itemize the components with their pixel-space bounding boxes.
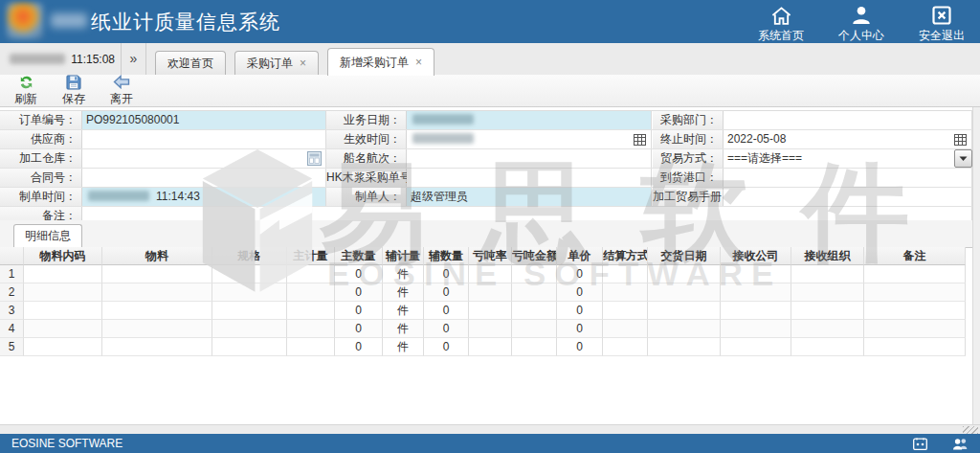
arrival-port-field[interactable] [724, 169, 972, 187]
grid-cell[interactable]: 件 [383, 320, 424, 338]
grid-cell[interactable] [469, 338, 512, 356]
grid-cell[interactable] [791, 302, 864, 320]
horizontal-scrollbar[interactable] [0, 424, 980, 434]
grid-cell[interactable] [864, 338, 966, 356]
grid-cell[interactable] [648, 283, 721, 302]
grid-cell[interactable] [864, 265, 966, 283]
grid-cell[interactable] [603, 302, 648, 320]
grid-cell[interactable] [603, 338, 648, 356]
grid-cell[interactable]: 0 [424, 265, 469, 283]
grid-cell[interactable] [287, 302, 335, 320]
grid-cell[interactable] [603, 320, 648, 338]
grid-cell[interactable] [24, 338, 102, 356]
grid-cell[interactable]: 0 [424, 338, 469, 356]
grid-cell[interactable] [212, 320, 287, 338]
nav-profile[interactable]: 个人中心 [838, 5, 884, 44]
grid-cell[interactable] [212, 265, 287, 283]
effective-date-field[interactable] [407, 130, 652, 148]
grid-cell[interactable] [791, 265, 864, 283]
nav-logout[interactable]: 安全退出 [919, 5, 965, 44]
grid-cell[interactable] [648, 265, 721, 283]
grid-cell[interactable] [212, 302, 287, 320]
grid-cell[interactable] [469, 320, 512, 338]
business-date-field[interactable] [407, 111, 652, 129]
grid-cell[interactable]: 0 [335, 338, 383, 356]
grid-cell[interactable] [212, 338, 287, 356]
tab-purchase-order[interactable]: 采购订单× [234, 51, 319, 75]
grid-cell[interactable] [24, 320, 102, 338]
grid-cell[interactable]: 0 [424, 283, 469, 302]
grid-cell[interactable] [791, 283, 864, 302]
order-no-field[interactable]: PO992105080001 [82, 111, 326, 129]
grid-cell[interactable]: 0 [424, 302, 469, 320]
grid-cell[interactable] [469, 265, 512, 283]
grid-cell[interactable] [24, 283, 102, 302]
grid-cell[interactable] [512, 320, 557, 338]
grid-cell[interactable] [791, 338, 864, 356]
hk-pulp-po-no-field[interactable] [407, 169, 652, 187]
grid-cell[interactable] [512, 302, 557, 320]
grid-cell[interactable] [721, 302, 791, 320]
grid-cell[interactable] [648, 320, 721, 338]
grid-cell[interactable] [512, 338, 557, 356]
grid-cell[interactable] [721, 283, 791, 302]
grid-cell[interactable] [212, 283, 287, 302]
save-button[interactable]: 保存 [57, 75, 90, 107]
grid-cell[interactable]: 件 [383, 283, 424, 302]
grid-cell[interactable]: 0 [335, 302, 383, 320]
grid-cell[interactable] [512, 265, 557, 283]
close-icon[interactable]: × [300, 57, 306, 69]
users-icon[interactable] [952, 438, 969, 450]
tab-detail-info[interactable]: 明细信息 [13, 224, 82, 248]
grid-cell[interactable] [24, 265, 102, 283]
vertical-scrollbar[interactable] [972, 107, 980, 424]
doc-create-time-field[interactable]: 11:14:43 [82, 188, 326, 206]
contract-no-field[interactable] [82, 169, 326, 187]
grid-cell[interactable]: 0 [335, 265, 383, 283]
grid-cell[interactable] [287, 338, 335, 356]
purchase-dept-field[interactable] [724, 111, 972, 129]
grid-cell[interactable] [721, 320, 791, 338]
processing-trade-manual-field[interactable] [724, 188, 972, 206]
grid-cell[interactable]: 件 [383, 302, 424, 320]
tab-new-purchase-order[interactable]: 新增采购订单× [327, 48, 434, 76]
grid-cell[interactable] [102, 265, 212, 283]
calendar-badge-icon[interactable] [913, 438, 927, 450]
grid-cell[interactable]: 0 [557, 338, 603, 356]
grid-cell[interactable] [864, 302, 966, 320]
leave-button[interactable]: 离开 [105, 75, 138, 107]
tab-overflow-button[interactable]: » [122, 43, 146, 75]
grid-cell[interactable]: 件 [383, 338, 424, 356]
grid-cell[interactable] [603, 265, 648, 283]
grid-cell[interactable] [469, 302, 512, 320]
grid-cell[interactable] [287, 265, 335, 283]
grid-cell[interactable] [721, 338, 791, 356]
grid-cell[interactable] [864, 283, 966, 302]
grid-cell[interactable] [287, 283, 335, 302]
dropdown-button[interactable] [954, 149, 972, 168]
grid-cell[interactable]: 件 [383, 265, 424, 283]
grid-cell[interactable] [102, 302, 212, 320]
grid-cell[interactable] [512, 283, 557, 302]
grid-cell[interactable] [603, 283, 648, 302]
grid-cell[interactable]: 0 [335, 320, 383, 338]
ship-voyage-field[interactable] [407, 149, 652, 168]
grid-cell[interactable] [102, 283, 212, 302]
refresh-button[interactable]: 刷新 [10, 75, 42, 107]
grid-cell[interactable]: 0 [557, 320, 603, 338]
grid-cell[interactable] [287, 320, 335, 338]
grid-cell[interactable]: 0 [557, 283, 603, 302]
grid-cell[interactable]: 0 [424, 320, 469, 338]
grid-cell[interactable]: 0 [335, 283, 383, 302]
close-icon[interactable]: × [415, 57, 422, 68]
grid-cell[interactable] [721, 265, 791, 283]
grid-cell[interactable]: 0 [557, 265, 603, 283]
supplier-field[interactable] [82, 130, 326, 148]
grid-cell[interactable] [648, 302, 721, 320]
tab-welcome[interactable]: 欢迎首页 [155, 51, 226, 75]
grid-cell[interactable] [24, 302, 102, 320]
grid-cell[interactable] [102, 320, 212, 338]
grid-cell[interactable] [469, 283, 512, 302]
end-date-field[interactable]: 2022-05-08 [724, 130, 972, 148]
nav-home[interactable]: 系统首页 [758, 5, 804, 44]
